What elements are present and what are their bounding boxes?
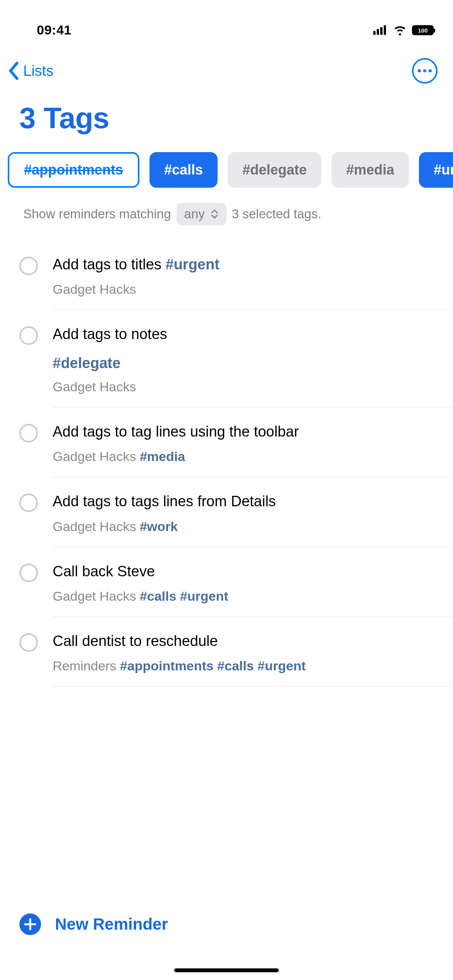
page-title: 3 Tags [0,84,453,146]
reminder-item[interactable]: Add tags to tags lines from Details Gadg… [19,477,453,547]
reminder-checkbox[interactable] [19,633,38,652]
reminder-list-name: Gadget Hacks #calls #urgent [53,589,445,604]
reminder-body[interactable]: Call dentist to reschedule Reminders #ap… [53,632,453,687]
chevron-left-icon [8,61,19,81]
filter-suffix: 3 selected tags. [232,207,321,221]
reminder-body[interactable]: Add tags to titles #urgent Gadget Hacks [53,255,453,310]
tag-chip-media[interactable]: #media [331,152,409,188]
wifi-icon [393,25,407,35]
reminder-body[interactable]: Add tags to tags lines from Details Gadg… [53,492,453,547]
status-time: 09:41 [37,22,71,38]
status-indicators: 100 [373,25,434,35]
reminder-checkbox[interactable] [19,257,38,275]
new-reminder-label: New Reminder [55,915,168,934]
reminder-checkbox[interactable] [19,424,38,442]
reminder-checkbox[interactable] [19,326,38,345]
tag-chip-calls[interactable]: #calls [149,152,218,188]
back-label: Lists [23,63,53,79]
filter-prefix: Show reminders matching [23,207,171,221]
tag-chip-delegate[interactable]: #delegate [228,152,321,188]
reminder-item[interactable]: Add tags to notes #delegate Gadget Hacks [19,310,453,407]
more-options-button[interactable] [412,58,438,84]
inline-tag: #work [140,519,178,534]
plus-circle-icon [19,913,41,935]
reminder-title: Add tags to titles #urgent [53,255,445,274]
cellular-signal-icon [373,26,388,35]
reminder-title: Add tags to tags lines from Details [53,492,445,511]
battery-level: 100 [418,27,427,33]
reminder-title: Add tags to notes [53,325,445,344]
chevron-up-down-icon [210,209,219,219]
reminder-body[interactable]: Add tags to notes #delegate Gadget Hacks [53,325,453,407]
reminders-list: Add tags to titles #urgent Gadget Hacks … [0,235,453,687]
tag-chip-urgent[interactable]: #urgent [419,152,453,188]
reminder-title: Call back Steve [53,562,445,581]
tag-chip-appointments[interactable]: #appointments [8,152,139,188]
reminder-note-tag: #delegate [53,355,445,372]
filter-mode-selector[interactable]: any [177,203,226,225]
reminder-item[interactable]: Add tags to tag lines using the toolbar … [19,408,453,477]
inline-tag: #appointments #calls #urgent [120,658,306,673]
reminder-body[interactable]: Add tags to tag lines using the toolbar … [53,422,453,477]
ellipsis-icon [418,69,421,72]
reminder-list-name: Gadget Hacks [53,379,445,394]
reminder-item[interactable]: Add tags to titles #urgent Gadget Hacks [19,240,453,310]
filter-description: Show reminders matching any 3 selected t… [0,194,453,235]
reminder-item[interactable]: Call back Steve Gadget Hacks #calls #urg… [19,547,453,617]
inline-tag: #urgent [166,256,220,272]
inline-tag: #media [140,449,185,464]
reminder-checkbox[interactable] [19,493,38,512]
new-reminder-button[interactable]: New Reminder [19,913,168,935]
navigation-bar: Lists [0,46,453,84]
home-indicator[interactable] [174,968,279,972]
reminder-list-name: Gadget Hacks [53,282,445,297]
reminder-list-name: Gadget Hacks #work [53,519,445,534]
back-button[interactable]: Lists [8,61,53,81]
inline-tag: #calls #urgent [140,589,228,603]
tag-filter-row[interactable]: #appointments #calls #delegate #media #u… [0,146,453,194]
filter-mode-value: any [184,207,205,221]
reminder-title: Call dentist to reschedule [53,632,445,651]
reminder-list-name: Reminders #appointments #calls #urgent [53,658,445,673]
reminder-checkbox[interactable] [19,564,38,582]
status-bar: 09:41 100 [0,0,453,46]
battery-icon: 100 [412,25,434,35]
reminder-body[interactable]: Call back Steve Gadget Hacks #calls #urg… [53,562,453,617]
reminder-list-name: Gadget Hacks #media [53,449,445,464]
reminder-item[interactable]: Call dentist to reschedule Reminders #ap… [19,617,453,687]
reminder-title: Add tags to tag lines using the toolbar [53,422,445,441]
